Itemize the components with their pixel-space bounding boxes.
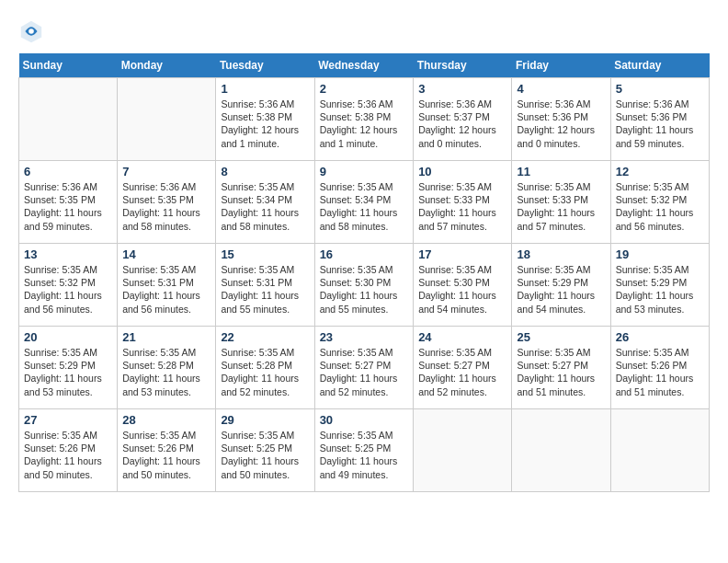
day-cell: 12Sunrise: 5:35 AMSunset: 5:32 PMDayligh… (610, 161, 709, 244)
day-number: 5 (616, 82, 704, 96)
day-cell: 22Sunrise: 5:35 AMSunset: 5:28 PMDayligh… (216, 327, 314, 409)
day-info: Sunrise: 5:35 AMSunset: 5:30 PMDaylight:… (320, 263, 409, 316)
day-info: Sunrise: 5:36 AMSunset: 5:38 PMDaylight:… (320, 98, 409, 150)
day-info: Sunrise: 5:36 AMSunset: 5:35 PMDaylight:… (122, 180, 210, 233)
day-info: Sunrise: 5:36 AMSunset: 5:37 PMDaylight:… (418, 98, 506, 150)
day-info: Sunrise: 5:36 AMSunset: 5:35 PMDaylight:… (24, 180, 112, 233)
day-number: 8 (221, 165, 309, 178)
day-info: Sunrise: 5:35 AMSunset: 5:30 PMDaylight:… (418, 263, 506, 316)
day-cell (610, 409, 709, 492)
header-sunday: Sunday (19, 53, 118, 78)
day-info: Sunrise: 5:35 AMSunset: 5:25 PMDaylight:… (320, 429, 409, 481)
day-number: 27 (24, 413, 112, 427)
day-cell: 15Sunrise: 5:35 AMSunset: 5:31 PMDayligh… (216, 244, 314, 327)
day-number: 28 (122, 413, 210, 427)
day-info: Sunrise: 5:35 AMSunset: 5:26 PMDaylight:… (616, 346, 704, 398)
day-number: 3 (418, 82, 506, 96)
day-cell (19, 78, 118, 161)
day-number: 13 (24, 247, 112, 261)
day-cell (118, 78, 216, 161)
day-cell: 13Sunrise: 5:35 AMSunset: 5:32 PMDayligh… (19, 244, 118, 327)
day-number: 4 (517, 82, 605, 96)
day-number: 16 (320, 247, 409, 261)
day-info: Sunrise: 5:35 AMSunset: 5:27 PMDaylight:… (320, 346, 409, 398)
day-number: 25 (517, 330, 605, 344)
day-cell: 29Sunrise: 5:35 AMSunset: 5:25 PMDayligh… (216, 409, 314, 492)
header-saturday: Saturday (610, 53, 709, 78)
day-cell: 4Sunrise: 5:36 AMSunset: 5:36 PMDaylight… (512, 78, 610, 161)
day-info: Sunrise: 5:35 AMSunset: 5:28 PMDaylight:… (122, 346, 210, 398)
day-number: 21 (122, 330, 210, 344)
day-info: Sunrise: 5:35 AMSunset: 5:34 PMDaylight:… (320, 180, 409, 233)
day-number: 19 (616, 247, 704, 261)
week-row-3: 20Sunrise: 5:35 AMSunset: 5:29 PMDayligh… (19, 327, 710, 409)
day-info: Sunrise: 5:35 AMSunset: 5:29 PMDaylight:… (24, 346, 112, 398)
day-cell: 21Sunrise: 5:35 AMSunset: 5:28 PMDayligh… (118, 327, 216, 409)
day-number: 22 (221, 330, 309, 344)
day-cell (512, 409, 610, 492)
day-cell: 9Sunrise: 5:35 AMSunset: 5:34 PMDaylight… (314, 161, 414, 244)
day-number: 10 (418, 165, 506, 178)
day-number: 9 (320, 165, 409, 178)
day-cell: 3Sunrise: 5:36 AMSunset: 5:37 PMDaylight… (414, 78, 512, 161)
day-number: 2 (320, 82, 409, 96)
header-thursday: Thursday (414, 53, 512, 78)
day-cell: 23Sunrise: 5:35 AMSunset: 5:27 PMDayligh… (314, 327, 414, 409)
day-info: Sunrise: 5:35 AMSunset: 5:32 PMDaylight:… (616, 180, 704, 233)
day-number: 6 (24, 165, 112, 178)
svg-point-1 (28, 29, 34, 34)
day-info: Sunrise: 5:35 AMSunset: 5:27 PMDaylight:… (418, 346, 506, 398)
logo-icon (18, 18, 44, 44)
day-cell: 8Sunrise: 5:35 AMSunset: 5:34 PMDaylight… (216, 161, 314, 244)
day-info: Sunrise: 5:35 AMSunset: 5:25 PMDaylight:… (221, 429, 309, 481)
day-number: 11 (517, 165, 605, 178)
day-cell: 25Sunrise: 5:35 AMSunset: 5:27 PMDayligh… (512, 327, 610, 409)
week-row-4: 27Sunrise: 5:35 AMSunset: 5:26 PMDayligh… (19, 409, 710, 492)
day-number: 18 (517, 247, 605, 261)
day-info: Sunrise: 5:36 AMSunset: 5:36 PMDaylight:… (616, 98, 704, 150)
header-tuesday: Tuesday (216, 53, 314, 78)
day-cell: 1Sunrise: 5:36 AMSunset: 5:38 PMDaylight… (216, 78, 314, 161)
day-info: Sunrise: 5:35 AMSunset: 5:29 PMDaylight:… (616, 263, 704, 316)
day-cell: 20Sunrise: 5:35 AMSunset: 5:29 PMDayligh… (19, 327, 118, 409)
day-cell: 14Sunrise: 5:35 AMSunset: 5:31 PMDayligh… (118, 244, 216, 327)
day-info: Sunrise: 5:35 AMSunset: 5:33 PMDaylight:… (517, 180, 605, 233)
day-cell: 19Sunrise: 5:35 AMSunset: 5:29 PMDayligh… (610, 244, 709, 327)
day-cell: 27Sunrise: 5:35 AMSunset: 5:26 PMDayligh… (19, 409, 118, 492)
day-number: 15 (221, 247, 309, 261)
week-row-0: 1Sunrise: 5:36 AMSunset: 5:38 PMDaylight… (19, 78, 710, 161)
day-cell: 2Sunrise: 5:36 AMSunset: 5:38 PMDaylight… (314, 78, 414, 161)
day-number: 14 (122, 247, 210, 261)
day-number: 24 (418, 330, 506, 344)
day-number: 26 (616, 330, 704, 344)
week-row-1: 6Sunrise: 5:36 AMSunset: 5:35 PMDaylight… (19, 161, 710, 244)
logo (18, 18, 48, 44)
header-row: SundayMondayTuesdayWednesdayThursdayFrid… (19, 53, 710, 78)
day-cell (414, 409, 512, 492)
day-cell: 6Sunrise: 5:36 AMSunset: 5:35 PMDaylight… (19, 161, 118, 244)
day-number: 1 (221, 82, 309, 96)
day-info: Sunrise: 5:35 AMSunset: 5:31 PMDaylight:… (221, 263, 309, 316)
day-number: 29 (221, 413, 309, 427)
page-header (18, 18, 710, 44)
day-info: Sunrise: 5:35 AMSunset: 5:26 PMDaylight:… (24, 429, 112, 481)
day-number: 23 (320, 330, 409, 344)
day-info: Sunrise: 5:35 AMSunset: 5:32 PMDaylight:… (24, 263, 112, 316)
day-cell: 7Sunrise: 5:36 AMSunset: 5:35 PMDaylight… (118, 161, 216, 244)
header-friday: Friday (512, 53, 610, 78)
day-info: Sunrise: 5:35 AMSunset: 5:31 PMDaylight:… (122, 263, 210, 316)
week-row-2: 13Sunrise: 5:35 AMSunset: 5:32 PMDayligh… (19, 244, 710, 327)
day-number: 20 (24, 330, 112, 344)
day-cell: 30Sunrise: 5:35 AMSunset: 5:25 PMDayligh… (314, 409, 414, 492)
day-number: 17 (418, 247, 506, 261)
calendar-table: SundayMondayTuesdayWednesdayThursdayFrid… (18, 53, 710, 492)
day-number: 12 (616, 165, 704, 178)
day-cell: 28Sunrise: 5:35 AMSunset: 5:26 PMDayligh… (118, 409, 216, 492)
day-cell: 10Sunrise: 5:35 AMSunset: 5:33 PMDayligh… (414, 161, 512, 244)
day-info: Sunrise: 5:35 AMSunset: 5:26 PMDaylight:… (122, 429, 210, 481)
day-info: Sunrise: 5:36 AMSunset: 5:38 PMDaylight:… (221, 98, 309, 150)
day-cell: 24Sunrise: 5:35 AMSunset: 5:27 PMDayligh… (414, 327, 512, 409)
day-cell: 17Sunrise: 5:35 AMSunset: 5:30 PMDayligh… (414, 244, 512, 327)
day-info: Sunrise: 5:36 AMSunset: 5:36 PMDaylight:… (517, 98, 605, 150)
day-cell: 18Sunrise: 5:35 AMSunset: 5:29 PMDayligh… (512, 244, 610, 327)
